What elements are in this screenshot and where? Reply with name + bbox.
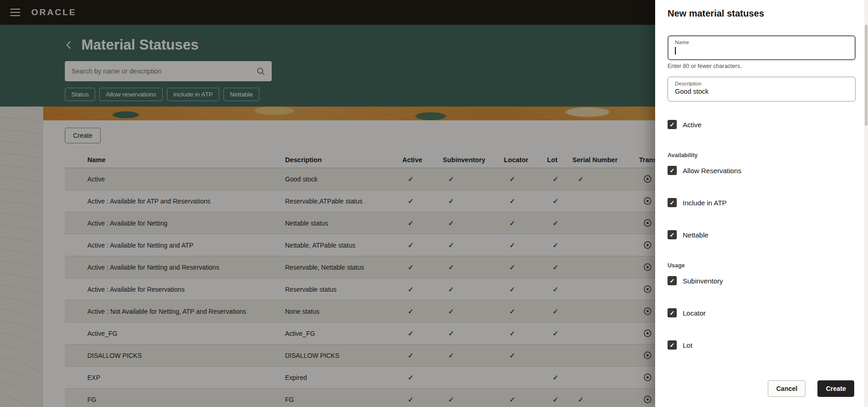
- checkbox-label: Allow Reservations: [683, 167, 742, 175]
- drawer-scrollbar[interactable]: [864, 0, 868, 407]
- check-icon: ✓: [670, 122, 675, 128]
- checkbox-box[interactable]: ✓: [668, 120, 677, 129]
- checkbox-include-in-atp[interactable]: ✓Include in ATP: [668, 198, 856, 207]
- drawer-title: New material statuses: [668, 8, 856, 19]
- drawer-sections: Availability✓Allow Reservations✓Include …: [668, 152, 856, 350]
- description-input[interactable]: Description Good stock: [668, 77, 856, 102]
- modal-overlay[interactable]: [0, 0, 655, 407]
- checkbox-allow-reservations[interactable]: ✓Allow Reservations: [668, 166, 856, 175]
- new-material-status-drawer: New material statuses Name Enter 80 or f…: [655, 0, 868, 407]
- screen: ORACLE Material Statuses StatusAllow res…: [0, 0, 868, 407]
- checkbox-box[interactable]: ✓: [668, 198, 677, 207]
- checkbox-box[interactable]: ✓: [668, 230, 677, 239]
- checkbox-subinventory[interactable]: ✓Subinventory: [668, 276, 856, 285]
- check-icon: ✓: [670, 200, 675, 206]
- checkbox-label: Include in ATP: [683, 199, 727, 207]
- check-icon: ✓: [670, 310, 675, 316]
- check-icon: ✓: [670, 342, 675, 348]
- checkbox-box[interactable]: ✓: [668, 276, 677, 285]
- check-icon: ✓: [670, 168, 675, 174]
- checkbox-locator[interactable]: ✓Locator: [668, 308, 856, 317]
- checkbox-label: Nettable: [683, 231, 708, 239]
- section-heading-usage: Usage: [668, 262, 856, 269]
- text-cursor: [675, 47, 676, 55]
- description-input-label: Description: [675, 81, 848, 86]
- checkbox-box[interactable]: ✓: [668, 166, 677, 175]
- cancel-button[interactable]: Cancel: [768, 380, 805, 397]
- checkbox-active[interactable]: ✓ Active: [668, 120, 856, 129]
- name-input-label: Name: [675, 40, 848, 45]
- checkbox-label: Locator: [683, 309, 706, 317]
- description-input-value: Good stock: [675, 88, 848, 96]
- checkbox-box[interactable]: ✓: [668, 308, 677, 317]
- name-input[interactable]: Name: [668, 35, 856, 60]
- scrollbar-thumb[interactable]: [865, 25, 868, 126]
- checkbox-lot[interactable]: ✓Lot: [668, 340, 856, 350]
- checkbox-box[interactable]: ✓: [668, 340, 677, 350]
- check-icon: ✓: [670, 278, 675, 284]
- section-heading-availability: Availability: [668, 152, 856, 158]
- checkbox-nettable[interactable]: ✓Nettable: [668, 230, 856, 239]
- checkbox-label: Subinventory: [683, 277, 723, 285]
- drawer-create-button[interactable]: Create: [817, 380, 854, 397]
- checkbox-label: Active: [683, 121, 702, 129]
- checkbox-label: Lot: [683, 341, 692, 349]
- name-helper-text: Enter 80 or fewer characters.: [668, 63, 856, 69]
- drawer-footer: Cancel Create: [768, 380, 854, 397]
- check-icon: ✓: [670, 232, 675, 238]
